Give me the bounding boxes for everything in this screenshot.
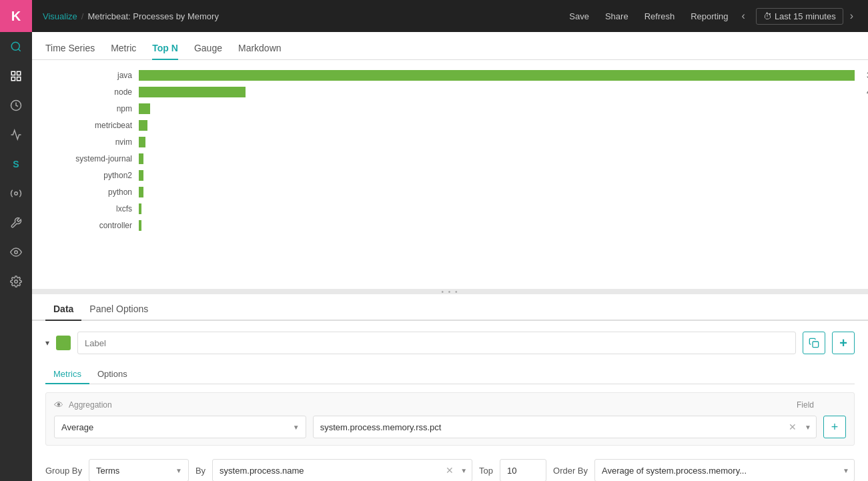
bar-row: controller0.1% [45,218,855,233]
field-row-inputs: Average Sum Min Max Count ✕ ▼ + [54,416,846,438]
bar-container: 0.5% [139,103,855,114]
prev-arrow[interactable]: ‹ [738,7,749,25]
clone-button[interactable] [803,332,825,354]
divider[interactable]: • • • [32,289,868,294]
bar-container: 0.2% [139,153,855,164]
sidebar-item-settings[interactable] [0,267,32,296]
svg-rect-2 [11,71,15,75]
bar-row: python20.2% [45,168,855,183]
series-row: ▾ + [45,332,855,354]
sidebar: K S [0,0,32,481]
bar-fill [139,120,147,131]
tab-time-series[interactable]: Time Series [45,37,95,60]
tab-markdown[interactable]: Markdown [238,37,282,60]
svg-rect-5 [11,77,15,81]
bar-fill [139,70,855,81]
refresh-button[interactable]: Refresh [638,9,682,24]
breadcrumb-visualize[interactable]: Visualize [43,11,77,21]
eye-icon[interactable]: 👁 [54,400,63,410]
share-button[interactable]: Share [598,9,635,24]
bar-value: 0.2% [856,187,868,197]
by-clear-button[interactable]: ✕ [446,465,454,476]
tab-top-n[interactable]: Top N [152,37,178,60]
breadcrumb: Visualize / Metricbeat: Processes by Mem… [43,11,562,21]
bar-container: 0.2% [139,187,855,197]
bar-value: 31.7% [856,71,868,80]
bar-label: npm [45,104,139,113]
bar-fill [139,203,141,214]
bar-chart: java31.7%node4.73%npm0.5%metricbeat0.4%n… [45,68,855,281]
sidebar-item-discover[interactable] [0,32,32,61]
sidebar-item-dashboard[interactable] [0,91,32,120]
by-dropdown-button[interactable]: ▼ [460,467,467,474]
bar-row: java31.7% [45,68,855,83]
bar-label: python [45,187,139,197]
sidebar-item-timelion[interactable] [0,120,32,149]
group-by-select-wrapper: Terms Filters Significant Terms [89,459,189,481]
collapse-arrow[interactable]: ▾ [45,338,49,348]
bar-value: 0.5% [856,104,868,113]
sidebar-item-devtools[interactable] [0,179,32,208]
bar-fill [139,170,143,181]
topbar: Visualize / Metricbeat: Processes by Mem… [32,0,868,32]
color-swatch[interactable] [56,336,71,350]
reporting-button[interactable]: Reporting [684,9,735,24]
clock-icon: ⏱ [763,11,772,21]
breadcrumb-current: Metricbeat: Processes by Memory [87,11,219,21]
data-config: ▾ + Metrics Options 👁 Aggregation [32,321,868,481]
field-input[interactable] [313,416,817,438]
sidebar-item-monitoring[interactable] [0,237,32,267]
bar-fill [139,103,150,114]
bar-label: systemd-journal [45,154,139,163]
group-by-select[interactable]: Terms Filters Significant Terms [89,459,189,481]
order-by-dropdown-button[interactable]: ▼ [843,467,849,474]
sub-tab-metrics[interactable]: Metrics [45,365,89,384]
aggregation-select[interactable]: Average Sum Min Max Count [54,416,306,438]
bar-label: java [45,71,139,80]
bar-label: lxcfs [45,204,139,213]
tab-metric[interactable]: Metric [111,37,136,60]
bar-row: systemd-journal0.2% [45,151,855,166]
save-button[interactable]: Save [562,9,596,24]
tab-panel-options[interactable]: Panel Options [81,298,156,321]
bar-container: 0.1% [139,203,855,214]
bar-label: nvim [45,137,139,147]
aggregation-label: Aggregation [69,400,112,410]
label-input[interactable] [77,332,796,354]
bar-container: 0.4% [139,120,855,131]
top-input[interactable] [500,459,546,481]
top-label: Top [479,466,493,476]
panel-tabs: Data Panel Options [32,294,868,321]
group-by-row: Group By Terms Filters Significant Terms… [45,452,855,481]
field-label: Field [797,400,814,410]
bar-container: 4.73% [139,87,855,97]
add-series-button[interactable]: + [832,332,855,354]
bar-container: 31.7% [139,70,855,81]
time-picker[interactable]: ⏱ Last 15 minutes [756,8,843,25]
field-clear-button[interactable]: ✕ [789,422,797,432]
next-arrow[interactable]: › [846,7,857,25]
order-by-input-wrapper: ▼ [594,459,855,481]
breadcrumb-sep: / [81,11,84,21]
by-input[interactable] [212,459,472,481]
order-by-input[interactable] [594,459,855,481]
logo[interactable]: K [0,0,32,32]
field-dropdown-button[interactable]: ▼ [805,424,811,431]
bar-fill [139,153,143,164]
tab-gauge[interactable]: Gauge [194,37,222,60]
sidebar-item-wrench[interactable] [0,208,32,237]
sub-tab-options[interactable]: Options [89,365,135,384]
bar-value: 0.4% [856,121,868,130]
bar-fill [139,220,141,231]
bar-container: 0.3% [139,137,855,147]
sidebar-item-visualize[interactable] [0,61,32,91]
aggregation-select-wrapper: Average Sum Min Max Count [54,416,306,438]
bar-row: node4.73% [45,85,855,99]
bar-label: node [45,87,139,97]
sidebar-item-plugins[interactable]: S [0,149,32,179]
tab-data[interactable]: Data [45,298,81,321]
aggregation-row: 👁 Aggregation Field Average Sum Min Max … [45,392,855,446]
add-metric-button[interactable]: + [823,416,846,438]
time-label: Last 15 minutes [775,11,836,21]
bottom-panel: Data Panel Options ▾ + Metrics Options [32,294,868,481]
